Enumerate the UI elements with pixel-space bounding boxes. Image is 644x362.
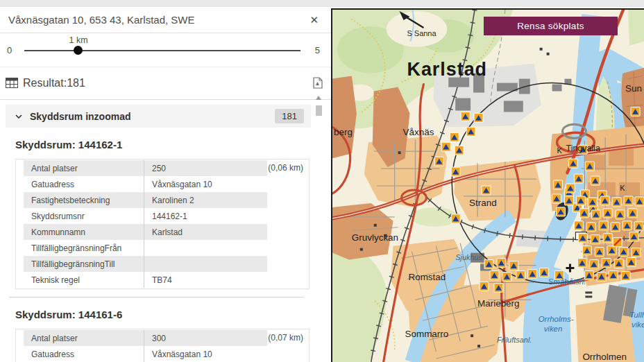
shelter-icon[interactable] <box>576 196 585 205</box>
export-pdf-icon[interactable] <box>313 77 323 89</box>
shelter-icon[interactable] <box>557 207 566 216</box>
shelter-card: Skyddsrum: 144161-6 (0,07 km) Antal plat… <box>0 309 314 362</box>
shelter-icon[interactable] <box>552 194 561 203</box>
shelter-icon[interactable] <box>607 246 616 255</box>
results-panel: Våxnäsgatan 10, 653 43, Karlstad, SWE ✕ … <box>0 7 331 362</box>
shelter-icon[interactable] <box>565 196 574 205</box>
accordion-title: Skyddsrum inzoomad <box>30 111 275 122</box>
results-list: Skyddsrum inzoomad 181 Skyddsrum: 144162… <box>0 100 314 362</box>
shelter-icon[interactable] <box>616 210 625 219</box>
shelter-icon[interactable] <box>631 107 640 116</box>
shelter-icon[interactable] <box>621 272 630 281</box>
shelter-icon[interactable] <box>622 221 632 230</box>
shelter-attribute-row: Antal platser250 <box>24 160 268 176</box>
top-strip <box>0 0 644 7</box>
shelter-icon[interactable] <box>599 221 608 230</box>
shelter-icon[interactable] <box>624 196 633 205</box>
map-label-orrholmen: Orrholmen <box>582 352 626 362</box>
shelter-icon[interactable] <box>441 142 450 151</box>
table-grid-icon <box>6 78 18 88</box>
shelter-icon[interactable] <box>635 197 644 206</box>
shelter-icon[interactable] <box>619 248 628 257</box>
shelter-icon[interactable] <box>588 198 597 207</box>
shelter-icon[interactable] <box>627 258 636 267</box>
shelter-attribute-row: Skyddsrumsnr144162-1 <box>24 208 268 224</box>
shelter-icon[interactable] <box>609 271 618 280</box>
shelter-icon[interactable] <box>455 146 464 155</box>
shelter-attribute-row: TillfälligbegränsningTill <box>24 256 268 272</box>
shelter-icon[interactable] <box>490 271 499 280</box>
shelter-icon[interactable] <box>554 180 563 189</box>
shelter-icon[interactable] <box>480 282 489 291</box>
shelter-icon[interactable] <box>589 260 598 269</box>
shelter-icon[interactable] <box>494 283 503 292</box>
shelter-icon[interactable] <box>584 271 593 280</box>
shelter-icon[interactable] <box>591 176 600 185</box>
map-label-gruvlyckan: Gruvlyckan <box>352 232 398 243</box>
shelter-icon[interactable] <box>502 273 511 282</box>
radius-slider[interactable]: 1 km <box>24 50 300 51</box>
shelter-icon[interactable] <box>574 174 583 183</box>
slider-handle[interactable] <box>74 46 83 55</box>
shelter-icon[interactable] <box>597 273 606 282</box>
map-label-s-sanna: S Sanna <box>407 29 437 37</box>
shelter-icon[interactable] <box>591 235 600 244</box>
shelter-icon[interactable] <box>611 223 620 232</box>
map-label-tullholmsviken-2: viken <box>632 320 644 329</box>
scrollbar-thumb[interactable] <box>316 105 322 116</box>
close-icon[interactable]: ✕ <box>305 15 323 25</box>
shelter-icon[interactable] <box>614 259 623 268</box>
shelter-icon[interactable] <box>577 259 586 268</box>
shelter-icon[interactable] <box>586 223 595 232</box>
accordion-skyddsrum-inzoomad[interactable]: Skyddsrum inzoomad 181 <box>6 105 311 128</box>
slider-max-label: 5 <box>315 45 320 55</box>
shelter-icon[interactable] <box>484 260 493 269</box>
shelter-icon[interactable] <box>516 271 525 280</box>
radius-slider-row: 0 1 km 5 <box>0 33 331 67</box>
shelter-icon[interactable] <box>528 270 537 279</box>
shelter-icon[interactable] <box>566 184 575 193</box>
shelter-icon[interactable] <box>540 268 549 277</box>
panel-scrollbar[interactable] <box>314 94 323 362</box>
shelter-icon[interactable] <box>585 162 594 171</box>
shelter-icon[interactable] <box>629 232 638 241</box>
shelter-icon[interactable] <box>582 246 591 255</box>
map[interactable]: KarlstadS SannaSunVåxnäsbergTingvallaStr… <box>332 10 644 362</box>
shelter-icon[interactable] <box>602 259 611 268</box>
shelter-icon[interactable] <box>574 221 583 230</box>
chevron-down-icon <box>15 114 22 119</box>
shelter-icon[interactable] <box>603 209 612 218</box>
shelter-icon[interactable] <box>634 222 643 231</box>
result-count-badge: 181 <box>275 109 304 123</box>
map-label-vaxnas: Våxnäs <box>403 127 434 137</box>
shelter-icon[interactable] <box>474 113 483 122</box>
map-label-church-k-2: K <box>620 184 625 192</box>
shelter-icon[interactable] <box>603 234 612 243</box>
shelter-icon[interactable] <box>482 186 491 195</box>
shelter-icon[interactable] <box>600 196 609 205</box>
search-address-bar: Våxnäsgatan 10, 653 43, Karlstad, SWE ✕ <box>0 7 331 33</box>
shelter-icon[interactable] <box>466 127 475 136</box>
shelter-attribute-row: FastighetsbeteckningKarolinen 2 <box>24 192 268 208</box>
shelter-icon[interactable] <box>591 210 600 219</box>
map-label-tingvalla: Tingvalla <box>566 144 600 153</box>
shelter-icon[interactable] <box>579 209 588 218</box>
shelter-icon[interactable] <box>451 214 460 223</box>
shelter-icon[interactable] <box>461 112 470 121</box>
shelter-attribute-row: Teknisk regelTB74 <box>24 272 268 288</box>
shelter-icon[interactable] <box>451 167 460 176</box>
scroll-up-icon[interactable] <box>316 96 321 100</box>
shelter-icon[interactable] <box>450 132 459 141</box>
shelter-icon[interactable] <box>434 157 443 166</box>
shelter-icon[interactable] <box>595 248 604 257</box>
shelter-icon[interactable] <box>612 198 621 207</box>
shelter-icon[interactable] <box>628 209 637 218</box>
shelter-icon[interactable] <box>632 248 641 257</box>
distance-label: (0,07 km) <box>268 333 303 343</box>
shelter-icon[interactable] <box>578 234 587 243</box>
shelter-icon[interactable] <box>497 259 506 268</box>
shelter-icon[interactable] <box>568 159 577 168</box>
shelter-restricted-icon[interactable] <box>613 238 622 247</box>
shelter-icon[interactable] <box>509 261 518 270</box>
clear-search-location-button[interactable]: Rensa sökplats <box>484 17 618 35</box>
